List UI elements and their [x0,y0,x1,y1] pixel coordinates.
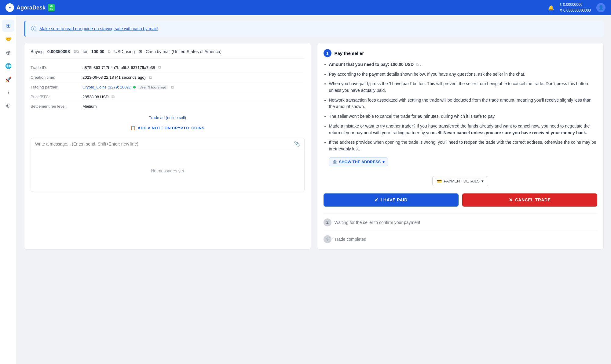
show-address-label: SHOW THE ADDRESS [339,160,381,164]
sidebar-item-dashboard[interactable] [2,20,14,32]
instruction-2: When you have paid, press the 'I have pa… [329,81,598,94]
cancel-trade-button[interactable]: ✕ CANCEL TRADE [462,193,597,207]
settlement-fee-row: Settlement fee level: Medium [31,102,305,111]
copy-price-icon[interactable]: ⧉ [112,94,115,99]
price-btc-row: Price/BTC: 28538.98 USD ⧉ [31,92,305,102]
globe-icon: 🌐 [5,63,12,69]
for-label: for [82,49,87,54]
creation-time-row: Creation time: 2023-06-03 22:18 (41 seco… [31,73,305,82]
check-icon: ✔ [374,197,379,203]
trade-layout: Buying 0.00350398 ⧉ for 100.00 ⧉ USD usi… [24,43,604,250]
app-logo[interactable]: AgoraDesk JSON [5,3,55,12]
sidebar: 🤝 ⊕ 🌐 🚀 i © [0,15,17,364]
step3-row: 3 Trade completed [324,231,598,243]
topnav-right: ₿ 0.00000000 Ӿ 0.000000000000 👤 [548,2,606,13]
xmr-icon: Ӿ [560,8,562,13]
avatar-icon: 👤 [598,5,604,10]
instructions-list: Amount that you need to pay: 100.00 USD … [324,61,598,166]
instruction-6: If the address provided when opening the… [329,139,598,166]
add-note-button[interactable]: ADD A NOTE ON CRYPTO_COINS [31,124,305,132]
notification-bell-icon[interactable] [548,5,554,11]
instruction-4: The seller won't be able to cancel the t… [329,113,598,120]
address-icon: 🏦 [332,160,337,164]
copy-btc-icon[interactable]: ⧉ [74,49,79,54]
card-icon: 💳 [437,179,442,183]
copy-trade-id-icon[interactable]: ⧉ [158,65,161,70]
show-address-button[interactable]: 🏦 SHOW THE ADDRESS ▾ [329,157,388,166]
cancel-trade-label: CANCEL TRADE [515,197,551,202]
sidebar-item-market[interactable]: 🌐 [2,60,14,72]
x-icon: ✕ [509,197,513,203]
logo-icon [5,3,14,12]
btc-icon: ₿ [560,2,562,8]
chat-box: 📎 No messages yet [31,138,305,192]
chat-input[interactable] [35,142,291,146]
sidebar-item-trades[interactable]: 🤝 [2,33,14,45]
info-icon: i [8,90,9,96]
user-avatar[interactable]: 👤 [596,3,606,12]
creation-time-label: Creation time: [31,75,82,80]
usd-amount: 100.00 [91,49,104,54]
payment-details-row: 💳 PAYMENT DETAILS ▾ [324,171,598,190]
btc-amount: 0.00350398 [47,49,70,54]
sidebar-item-settings[interactable]: © [2,100,14,112]
note-icon [130,125,136,130]
trade-details: Trade ID: a875b863-717f-4a7b-b5b8-63717f… [31,63,305,111]
using-label: USD using [114,49,135,54]
chat-input-row: 📎 [31,138,304,150]
trading-partner-row: Trading partner: Crypto_Coins (3279; 100… [31,82,305,92]
instruction-1: Pay according to the payment details sho… [329,71,598,78]
alert-banner: Make sure to read our guide on staying s… [24,21,604,37]
trade-id-row: Trade ID: a875b863-717f-4a7b-b5b8-63717f… [31,63,305,73]
topnav: AgoraDesk JSON ₿ 0.00000000 Ӿ 0.00000000… [0,0,611,15]
trade-id-value: a875b863-717f-4a7b-b5b8-63717ffa7b38 ⧉ [82,65,305,70]
alert-link[interactable]: Make sure to read our guide on staying s… [39,26,158,31]
step2-label: Waiting for the seller to confirm your p… [335,220,420,225]
chat-empty-state: No messages yet [31,150,304,192]
sidebar-item-create[interactable]: ⊕ [2,46,14,59]
btc-balance: 0.00000000 [563,2,582,8]
xmr-balance: 0.000000000000 [563,8,591,13]
sidebar-item-offers[interactable]: 🚀 [2,73,14,85]
trade-left-panel: Buying 0.00350398 ⧉ for 100.00 ⧉ USD usi… [24,43,311,250]
amount-bold: Amount that you need to pay: 100.00 USD [329,62,414,67]
rocket-icon: 🚀 [5,76,12,83]
mail-icon: ✉ [138,49,142,54]
price-btc-value: 28538.98 USD ⧉ [82,94,305,99]
step2-circle: 2 [324,218,331,226]
copy-usd-icon[interactable]: ⧉ [108,49,111,54]
js-badge: JSON [48,4,55,12]
i-have-paid-button[interactable]: ✔ I HAVE PAID [324,193,459,207]
settlement-fee-label: Settlement fee level: [31,104,82,109]
copy-amount-icon[interactable]: ⧉ [416,63,419,67]
payment-details-button[interactable]: 💳 PAYMENT DETAILS ▾ [432,176,488,186]
payment-chevron-icon: ▾ [481,179,484,183]
app-name: AgoraDesk [16,5,46,11]
instruction-5: Made a mistake or want to try another tr… [329,123,598,136]
i-have-paid-label: I HAVE PAID [381,197,408,202]
trade-header: Buying 0.00350398 ⧉ for 100.00 ⧉ USD usi… [31,49,305,59]
step2-row: 2 Waiting for the seller to confirm your… [324,213,598,226]
instruction-3: Network transaction fees associated with… [329,97,598,110]
trading-partner-value: Crypto_Coins (3279; 100%) Seen 9 hours a… [82,85,305,90]
copy-partner-icon[interactable]: ⧉ [171,85,174,90]
payment-details-label: PAYMENT DETAILS [444,179,480,183]
step1-header: 1 Pay the seller [324,49,598,57]
handshake-icon: 🤝 [5,36,12,42]
seen-badge: Seen 9 hours ago [137,85,168,89]
trading-partner-link[interactable]: Crypto_Coins (3279; 100%) [82,85,131,89]
settlement-fee-value: Medium [82,104,305,109]
trading-partner-label: Trading partner: [31,85,82,89]
trade-id-label: Trade ID: [31,65,82,70]
payment-method: Cash by mail (United States of America) [146,49,221,54]
step3-label: Trade completed [335,237,367,242]
creation-time-value: 2023-06-03 22:18 (41 seconds ago) ⧉ [82,75,305,80]
sidebar-item-info[interactable]: i [2,87,14,99]
trade-ad-link[interactable]: Trade ad (online sell) [31,115,305,120]
attachment-icon[interactable]: 📎 [294,141,300,147]
instruction-amount: Amount that you need to pay: 100.00 USD … [329,61,598,68]
copyright-icon: © [6,103,10,109]
step3-circle: 3 [324,235,331,243]
copy-time-icon[interactable]: ⧉ [149,75,152,80]
plus-icon: ⊕ [6,49,11,56]
